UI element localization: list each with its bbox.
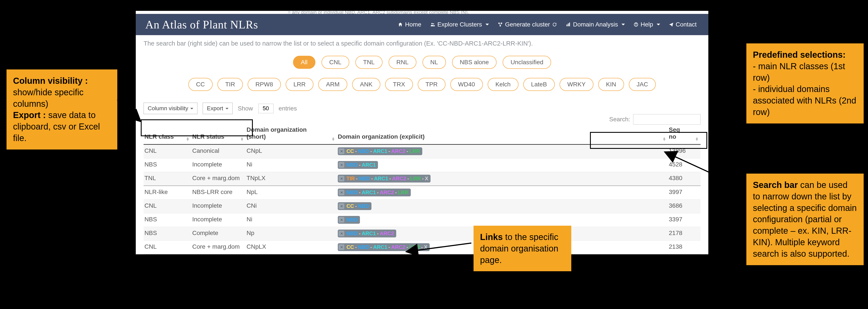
domain-chip-link[interactable]: NBD-ARC1: [338, 161, 378, 169]
dash: -: [370, 148, 372, 154]
cell-seq-no: 3997: [668, 186, 701, 200]
table-row: CNLCore + marg.domCNpLXCC-NBD-ARC1-ARC2-…: [144, 241, 701, 254]
filter-pill-arm[interactable]: ARM: [318, 78, 347, 91]
domain-segment: LRR: [398, 190, 409, 196]
export-button[interactable]: Export: [203, 103, 232, 114]
domain-chip-link[interactable]: NBD: [338, 216, 360, 224]
cell-dom-short: NpL: [246, 186, 337, 200]
home-icon: [398, 22, 403, 27]
domain-chip-link[interactable]: CC-NBD: [338, 202, 371, 210]
chevron-down-icon: [225, 108, 228, 111]
svg-point-0: [431, 23, 433, 24]
filter-pill-trx[interactable]: TRX: [385, 78, 413, 91]
col-seq-no[interactable]: Seq no ▲▼: [668, 123, 701, 144]
callout-colvis-export: Column visibility : show/hide specific c…: [6, 69, 117, 149]
nav-domain-label: Domain Analysis: [573, 21, 618, 28]
nav-generate-cluster[interactable]: Generate cluster: [498, 21, 557, 28]
filter-pill-rpw8[interactable]: RPW8: [248, 78, 281, 91]
dash: -: [359, 190, 361, 196]
col-nlr-status[interactable]: NLR status ▲▼: [191, 123, 246, 144]
column-visibility-label: Column visibility: [148, 105, 188, 112]
cell-dom-explicit: CC-NBD: [337, 200, 668, 213]
domain-segment: X: [424, 244, 428, 250]
domain-segment: ARC1: [374, 176, 389, 182]
svg-point-10: [636, 23, 636, 24]
filter-pill-all[interactable]: All: [293, 56, 315, 69]
cell-dom-short: TNpLX: [246, 172, 337, 186]
filter-pill-rnl[interactable]: RNL: [389, 56, 416, 69]
export-label: Export: [207, 105, 223, 112]
nav-home[interactable]: Home: [398, 21, 422, 28]
table-toolbar: Column visibility Export Show entries Se…: [136, 103, 708, 118]
nav-generate-label: Generate cluster: [505, 21, 550, 28]
cell-seq-no: 2178: [668, 227, 701, 241]
domain-chip-link[interactable]: CC-NBD-ARC1-ARC2-LRR-X: [338, 243, 430, 251]
nav-explore-clusters[interactable]: Explore Clusters: [430, 21, 489, 28]
domain-chip-link[interactable]: NBD-ARC1-ARC2: [338, 230, 396, 237]
cell-dom-explicit: TIR-NBD-ARC1-ARC2-LRR-X: [337, 172, 668, 186]
filter-pill-tir[interactable]: TIR: [217, 78, 243, 91]
col-seq-l1: Seq: [669, 126, 680, 133]
filter-pill-tpr[interactable]: TPR: [418, 78, 445, 91]
dash: -: [406, 244, 408, 250]
entries-input[interactable]: [258, 104, 274, 113]
filter-pill-unclassified[interactable]: Unclassified: [503, 56, 551, 69]
filter-pill-lrr[interactable]: LRR: [286, 78, 313, 91]
app-window: = any domain or individual NBD, ARC1, AR…: [136, 11, 708, 254]
domain-segment: NBD: [346, 190, 358, 196]
top-nav: An Atlas of Plant NLRs Home Explore Clus…: [136, 14, 708, 35]
callout-predefined-head: Predefined selections:: [753, 50, 846, 60]
nav-help[interactable]: Help: [633, 21, 660, 28]
chart-icon: [566, 22, 571, 27]
chip-icon: [339, 217, 344, 222]
col-dom-explicit[interactable]: Domain organization (explicit) ▲▼: [337, 123, 668, 144]
filter-pill-cc[interactable]: CC: [188, 78, 213, 91]
filter-pill-lateb[interactable]: LateB: [523, 78, 555, 91]
cell-nlr-status: Core + marg.dom: [191, 241, 246, 254]
sort-icon: ▲▼: [695, 137, 699, 141]
domain-segment: ARC1: [361, 231, 376, 237]
filter-pill-tnl[interactable]: TNL: [355, 56, 382, 69]
col-dom-short[interactable]: Domain organization (short) ▲▼: [246, 123, 337, 144]
col-seq-l2: no: [669, 133, 676, 140]
cell-dom-explicit: NBD-ARC1: [337, 159, 668, 172]
filter-pill-cnl[interactable]: CNL: [321, 56, 349, 69]
filter-pill-wrky[interactable]: WRKY: [560, 78, 593, 91]
cell-seq-no: 4380: [668, 172, 701, 186]
cell-seq-no: 2138: [668, 241, 701, 254]
domain-segment: ARC1: [361, 190, 376, 196]
domain-segment: NBD: [358, 244, 370, 250]
table-row: CNLIncompleteCNiCC-NBD3686: [144, 200, 701, 213]
domain-chip-link[interactable]: TIR-NBD-ARC1-ARC2-LRR-X: [338, 175, 431, 182]
domain-segment: ARC2: [392, 176, 407, 182]
filter-pill-nbs-alone[interactable]: NBS alone: [452, 56, 497, 69]
nav-explore-label: Explore Clusters: [437, 21, 482, 28]
domain-segment: NBD: [359, 176, 371, 182]
filter-pill-nl[interactable]: NL: [423, 56, 446, 69]
filter-pill-ank[interactable]: ANK: [352, 78, 380, 91]
cell-seq-no: 3397: [668, 213, 701, 227]
dash: -: [371, 176, 373, 182]
nav-contact[interactable]: Contact: [669, 21, 697, 28]
chip-icon: [339, 190, 344, 195]
filter-pill-kelch[interactable]: Kelch: [488, 78, 519, 91]
cell-nlr-status: Incomplete: [191, 159, 246, 172]
domain-segment: CC: [346, 203, 354, 209]
nav-domain-analysis[interactable]: Domain Analysis: [566, 21, 625, 28]
col-dom-short-l1: Domain organization: [247, 126, 307, 133]
col-dom-explicit-label: Domain organization (explicit): [338, 133, 425, 140]
dash: -: [389, 176, 391, 182]
filter-pill-wd40[interactable]: WD40: [450, 78, 483, 91]
filter-pill-kin[interactable]: KIN: [598, 78, 624, 91]
domain-segment: CC: [346, 244, 354, 250]
filter-pill-jac[interactable]: JAC: [629, 78, 656, 91]
dash: -: [388, 148, 390, 154]
domain-chip-link[interactable]: NBD-ARC1-ARC2-LRR: [338, 188, 411, 196]
callout-search-body: can be used to narrow down the list by s…: [753, 180, 857, 259]
col-nlr-class[interactable]: NLR class ▲▼: [144, 123, 191, 144]
column-visibility-button[interactable]: Column visibility: [144, 103, 197, 114]
pill-row-domains: CCTIRRPW8LRRARMANKTRXTPRWD40KelchLateBWR…: [136, 78, 708, 91]
domain-chip-link[interactable]: CC-NBD-ARC1-ARC2-LRR: [338, 147, 422, 155]
nav-help-label: Help: [641, 21, 653, 28]
show-label: Show: [238, 105, 253, 112]
